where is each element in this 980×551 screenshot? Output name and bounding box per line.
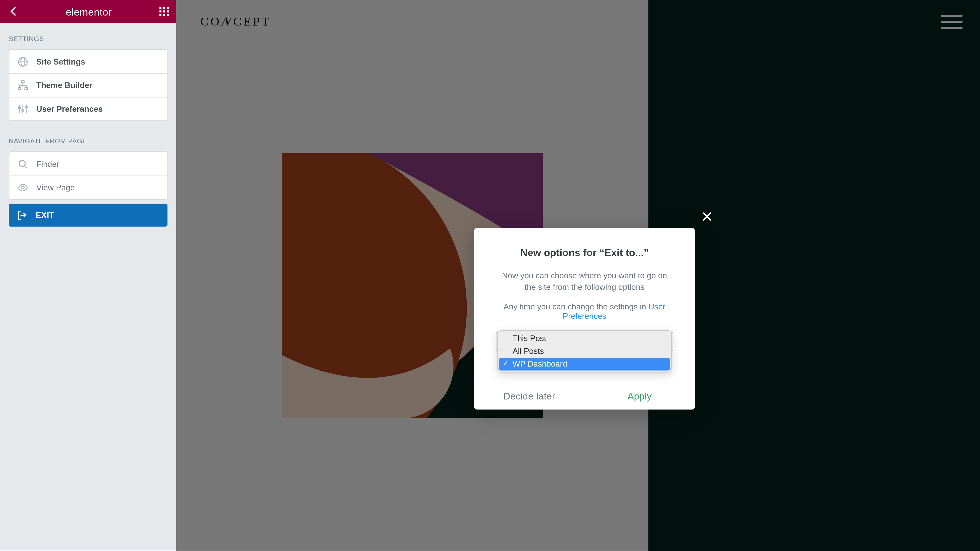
sidebar-item-theme-builder[interactable]: Theme Builder xyxy=(10,73,167,97)
exit-icon xyxy=(17,210,27,221)
svg-line-22 xyxy=(25,166,27,168)
dropdown-option-label: All Posts xyxy=(512,346,544,356)
sidebar-item-view-page[interactable]: View Page xyxy=(10,176,167,199)
settings-section-label: SETTINGS xyxy=(9,35,167,42)
svg-rect-12 xyxy=(21,81,24,83)
apps-grid-icon xyxy=(159,6,169,16)
modal-description: Now you can choose where you want to go … xyxy=(497,270,672,294)
modal-title: New options for “Exit to...” xyxy=(489,247,680,258)
modal-actions: Decide later Apply xyxy=(474,383,695,409)
sidebar-item-label: Theme Builder xyxy=(36,81,92,90)
svg-rect-4 xyxy=(163,11,165,13)
dropdown-option-label: This Post xyxy=(512,333,546,343)
close-icon: ✕ xyxy=(701,210,713,225)
dropdown-option-all-posts[interactable]: All Posts xyxy=(499,345,670,358)
sidebar-item-label: Site Settings xyxy=(36,57,85,66)
apps-grid-button[interactable] xyxy=(158,5,171,18)
modal-note-prefix: Any time you can change the settings in xyxy=(503,302,648,311)
sidebar-item-user-preferences[interactable]: User Preferances xyxy=(10,97,167,121)
svg-rect-7 xyxy=(163,14,165,16)
checkmark-icon: ✓ xyxy=(503,359,509,367)
svg-rect-8 xyxy=(167,14,169,16)
svg-point-23 xyxy=(21,186,24,189)
elementor-logo: elementor xyxy=(66,6,112,17)
svg-point-21 xyxy=(19,160,25,166)
sidebar-item-label: User Preferances xyxy=(36,104,103,114)
sidebar-item-site-settings[interactable]: Site Settings xyxy=(10,50,167,73)
modal-close-button[interactable]: ✕ xyxy=(700,210,714,225)
sidebar-item-label: View Page xyxy=(36,183,75,192)
svg-rect-2 xyxy=(167,6,169,9)
sidebar-item-finder[interactable]: Finder xyxy=(10,152,167,176)
svg-rect-6 xyxy=(159,14,162,16)
sidebar-item-label: EXIT xyxy=(36,210,54,220)
svg-rect-5 xyxy=(167,11,169,13)
search-icon xyxy=(18,159,28,169)
svg-rect-0 xyxy=(159,6,162,9)
settings-group: Site Settings Theme Builder xyxy=(9,49,167,121)
back-button[interactable] xyxy=(6,5,20,18)
sliders-icon xyxy=(18,103,28,114)
globe-icon xyxy=(18,56,28,67)
eye-icon xyxy=(18,182,28,193)
dropdown-option-this-post[interactable]: This Post xyxy=(499,332,670,345)
dropdown-option-wp-dashboard[interactable]: ✓ WP Dashboard xyxy=(499,358,670,370)
exit-options-modal: New options for “Exit to...” Now you can… xyxy=(474,228,695,410)
modal-note: Any time you can change the settings in … xyxy=(489,302,680,321)
apply-button[interactable]: Apply xyxy=(584,383,695,410)
sidebar-item-exit[interactable]: EXIT xyxy=(9,204,167,227)
navigate-group: Finder View Page xyxy=(9,151,167,200)
elementor-sidebar: elementor SETTINGS Site Settings xyxy=(0,0,176,551)
dropdown-option-label: WP Dashboard xyxy=(512,359,567,368)
svg-rect-13 xyxy=(18,87,21,89)
elementor-logo-text: elementor xyxy=(66,6,112,17)
exit-destination-dropdown: This Post All Posts ✓ WP Dashboard xyxy=(497,330,672,372)
decide-later-button[interactable]: Decide later xyxy=(474,383,584,410)
exit-destination-select[interactable]: This Post All Posts ✓ WP Dashboard xyxy=(496,331,673,351)
sidebar-item-label: Finder xyxy=(36,159,59,168)
svg-rect-1 xyxy=(163,6,165,9)
svg-rect-3 xyxy=(159,11,162,13)
chevron-left-icon xyxy=(10,6,18,16)
sidebar-header: elementor xyxy=(0,0,176,23)
svg-rect-14 xyxy=(25,87,28,89)
sitemap-icon xyxy=(18,80,28,91)
navigate-section-label: NAVIGATE FROM PAGE xyxy=(9,137,167,144)
